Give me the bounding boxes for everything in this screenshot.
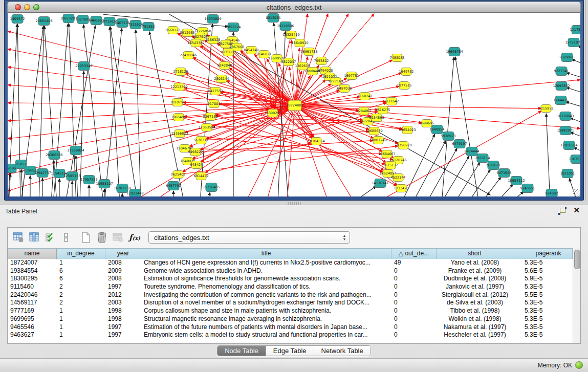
table-cell[interactable]: Embryonic stem cells: a model to study s… bbox=[141, 331, 391, 339]
table-cell[interactable]: 5.3E-5 bbox=[513, 283, 573, 291]
table-cell[interactable]: Genome-wide association studies in ADHD. bbox=[141, 267, 391, 275]
column-header-pagerank[interactable]: pagerank bbox=[513, 249, 573, 259]
column-header-in_degree[interactable]: in_degree bbox=[57, 249, 105, 259]
table-cell[interactable]: 2 bbox=[57, 291, 105, 299]
table-cell[interactable]: 9777169 bbox=[8, 307, 57, 315]
table-row[interactable]: 1830029562008Estimation of significance … bbox=[8, 275, 573, 283]
table-cell[interactable]: 2 bbox=[57, 283, 105, 291]
table-selector-dropdown[interactable]: citations_edges.txt ▲▼ bbox=[148, 231, 350, 244]
delete-table-button[interactable] bbox=[111, 231, 124, 244]
column-header-year[interactable]: year bbox=[105, 249, 141, 259]
delete-column-button[interactable] bbox=[95, 231, 108, 244]
table-row[interactable]: 911546021997Tourette syndrome. Phenomeno… bbox=[8, 283, 573, 291]
new-column-button[interactable] bbox=[79, 231, 93, 244]
table-cell[interactable]: 1 bbox=[57, 259, 105, 267]
table-cell[interactable]: 49 bbox=[391, 259, 437, 267]
table-cell[interactable]: Stergiakouli et al. (2012) bbox=[437, 291, 513, 299]
table-cell[interactable]: 9465546 bbox=[8, 323, 57, 332]
table-cell[interactable]: Yano et al. (2008) bbox=[437, 259, 513, 267]
table-cell[interactable]: Jankovic et al. (1997) bbox=[437, 283, 513, 291]
table-cell[interactable]: Estimation of the future numbers of pati… bbox=[141, 323, 391, 332]
tab-node-table[interactable]: Node Table bbox=[217, 346, 266, 356]
table-cell[interactable]: 2003 bbox=[105, 299, 141, 307]
table-cell[interactable]: Tibbo et al. (1998) bbox=[437, 307, 513, 315]
select-all-button[interactable] bbox=[43, 231, 57, 244]
table-row[interactable]: 946554611997Estimation of the future num… bbox=[8, 323, 573, 332]
table-cell[interactable]: 2008 bbox=[105, 259, 141, 267]
table-cell[interactable]: 1 bbox=[57, 331, 105, 339]
column-header-out_de[interactable]: △ out_de... bbox=[391, 249, 437, 259]
table-cell[interactable]: 1998 bbox=[105, 315, 141, 323]
table-cell[interactable]: 1 bbox=[57, 315, 105, 323]
table-cell[interactable]: 5.3E-5 bbox=[513, 315, 573, 323]
panel-splitter-handle[interactable] bbox=[288, 202, 301, 205]
table-cell[interactable]: 14569117 bbox=[8, 299, 57, 307]
scrollbar-thumb[interactable] bbox=[574, 250, 580, 269]
table-cell[interactable]: 1 bbox=[57, 307, 105, 315]
table-cell[interactable]: 0 bbox=[391, 315, 437, 323]
tab-network-table[interactable]: Network Table bbox=[314, 346, 371, 356]
table-cell[interactable]: 22420046 bbox=[8, 291, 57, 299]
table-cell[interactable]: Changes of HCN gene expression and I(f) … bbox=[141, 259, 391, 267]
table-cell[interactable]: 1997 bbox=[105, 323, 141, 332]
column-header-title[interactable]: title bbox=[141, 249, 391, 259]
table-cell[interactable]: 1997 bbox=[105, 331, 141, 339]
table-cell[interactable]: Nakamura et al. (1997) bbox=[437, 323, 513, 332]
table-cell[interactable]: 2009 bbox=[105, 267, 141, 275]
table-cell[interactable]: 0 bbox=[391, 323, 437, 332]
table-row[interactable]: 946362711997Embryonic stem cells: a mode… bbox=[8, 331, 573, 339]
table-cell[interactable]: Hescheler et al. (1997) bbox=[437, 331, 513, 339]
tab-edge-table[interactable]: Edge Table bbox=[266, 346, 314, 356]
close-panel-button[interactable]: ✕ bbox=[573, 206, 580, 215]
table-row[interactable]: 977716911998Corpus callosum shape and si… bbox=[8, 307, 573, 315]
table-cell[interactable]: 9463627 bbox=[8, 331, 57, 339]
table-cell[interactable]: Corpus callosum shape and size in male p… bbox=[141, 307, 391, 315]
table-cell[interactable]: 0 bbox=[391, 275, 437, 283]
table-cell[interactable]: 0 bbox=[391, 331, 437, 339]
table-cell[interactable]: 0 bbox=[391, 291, 437, 299]
column-header-name[interactable]: name bbox=[8, 249, 57, 259]
table-cell[interactable]: Investigating the contribution of common… bbox=[141, 291, 391, 299]
table-cell[interactable]: 5.5E-5 bbox=[513, 291, 573, 299]
table-cell[interactable]: Franke et al. (2009) bbox=[437, 267, 513, 275]
table-cell[interactable]: 18300295 bbox=[8, 275, 57, 283]
table-cell[interactable]: 5.3E-5 bbox=[513, 323, 573, 332]
window-titlebar[interactable]: citations_edges.txt bbox=[7, 2, 581, 13]
table-cell[interactable]: Estimation of significance thresholds fo… bbox=[141, 275, 391, 283]
table-cell[interactable]: 6 bbox=[57, 267, 105, 275]
table-cell[interactable]: 0 bbox=[391, 267, 437, 275]
table-cell[interactable]: de Silva et al. (2003) bbox=[437, 299, 513, 307]
unselect-rows-button[interactable] bbox=[59, 231, 73, 244]
table-cell[interactable]: 5.3E-5 bbox=[513, 331, 573, 339]
table-cell[interactable]: 9115460 bbox=[8, 283, 57, 291]
table-cell[interactable]: 5.9E-5 bbox=[513, 275, 573, 283]
table-mode-button[interactable] bbox=[12, 231, 25, 244]
table-row[interactable]: 1456911722003Disruption of a novel membe… bbox=[8, 299, 573, 307]
table-cell[interactable]: 0 bbox=[391, 283, 437, 291]
table-cell[interactable]: Structural magnetic resonance image aver… bbox=[141, 315, 391, 323]
table-cell[interactable]: 2 bbox=[57, 299, 105, 307]
table-cell[interactable]: 9699695 bbox=[8, 315, 57, 323]
table-cell[interactable]: 0 bbox=[391, 307, 437, 315]
table-cell[interactable]: 1997 bbox=[105, 283, 141, 291]
table-row[interactable]: 1872400712008Changes of HCN gene express… bbox=[8, 259, 573, 267]
table-row[interactable]: 1938455462009Genome-wide association stu… bbox=[8, 267, 573, 275]
column-header-short[interactable]: short bbox=[437, 249, 513, 259]
table-cell[interactable]: 18724007 bbox=[8, 259, 57, 267]
table-cell[interactable]: 6 bbox=[57, 275, 105, 283]
table-cell[interactable]: 0 bbox=[391, 299, 437, 307]
citation-network-graph[interactable]: 1405572206914061065328715276026466160107… bbox=[8, 13, 580, 196]
table-cell[interactable]: 2008 bbox=[105, 275, 141, 283]
table-cell[interactable]: 19384554 bbox=[8, 267, 57, 275]
function-builder-button[interactable]: ƒ(x) bbox=[127, 233, 142, 242]
table-cell[interactable]: Tourette syndrome. Phenomenology and cla… bbox=[141, 283, 391, 291]
memory-status[interactable]: Memory: OK bbox=[538, 361, 583, 369]
table-row[interactable]: 2242004622012Investigating the contribut… bbox=[8, 291, 573, 299]
table-cell[interactable]: 1998 bbox=[105, 307, 141, 315]
vertical-scrollbar[interactable] bbox=[573, 248, 580, 343]
table-cell[interactable]: 5.3E-5 bbox=[513, 299, 573, 307]
resize-grip[interactable] bbox=[573, 189, 580, 196]
float-panel-button[interactable] bbox=[558, 207, 567, 215]
table-cell[interactable]: Wolkin et al. (1998) bbox=[437, 315, 513, 323]
table-cell[interactable]: 5.3E-5 bbox=[513, 307, 573, 315]
